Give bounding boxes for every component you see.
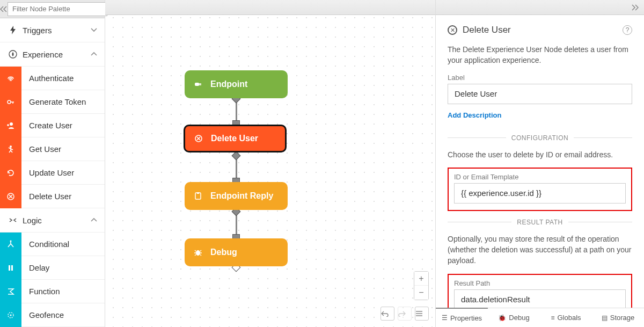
svg-rect-13 [197, 192, 199, 194]
highlighted-result-field: Result Path [448, 274, 632, 308]
add-user-icon [0, 114, 21, 137]
id-template-input[interactable] [454, 183, 626, 204]
tab-properties[interactable]: ☰ Properties [436, 308, 488, 327]
collapse-sidebar-button[interactable] [0, 0, 8, 18]
svg-rect-10 [195, 83, 199, 86]
flow-node-label: Delete User [211, 134, 258, 143]
delete-icon [0, 185, 21, 208]
palette-item-label: Delay [21, 263, 49, 272]
properties-panel: ✕ Delete User ? The Delete Experience Us… [435, 0, 644, 327]
svg-point-3 [10, 146, 12, 148]
chevron-up-icon [91, 52, 97, 56]
run-user-icon [0, 137, 21, 161]
fingerprint-icon [0, 67, 21, 90]
palette-item-geofence[interactable]: Geofence [0, 303, 105, 326]
palette-item-label: Geofence [21, 310, 64, 319]
palette-item-label: Create User [21, 121, 72, 130]
palette-item-update-user[interactable]: Update User [0, 161, 105, 184]
sigma-icon [0, 280, 21, 303]
config-description: Choose the user to delete by ID or email… [448, 149, 632, 160]
palette-item-conditional[interactable]: Conditional [0, 232, 105, 256]
flow-node-label: Endpoint [210, 79, 247, 89]
redo-button[interactable] [398, 307, 412, 321]
category-label: Experience [23, 50, 91, 59]
section-configuration: CONFIGURATION [506, 134, 574, 142]
chevron-up-icon [91, 218, 97, 222]
palette-item-label: Function [21, 287, 60, 296]
flow-node-debug[interactable]: Debug [185, 238, 288, 266]
palette-item-delay[interactable]: Delay [0, 256, 105, 279]
tab-storage[interactable]: ▤ Storage [592, 308, 644, 327]
svg-point-5 [10, 240, 12, 242]
palette-item-authenticate[interactable]: Authenticate [0, 66, 105, 90]
zoom-in-button[interactable]: + [414, 272, 428, 286]
svg-point-14 [196, 250, 200, 256]
tab-globals[interactable]: ≡ Globals [540, 308, 592, 327]
category-experience[interactable]: Experience [0, 42, 105, 66]
undo-button[interactable] [380, 307, 394, 321]
storage-icon: ▤ [602, 314, 608, 322]
svg-rect-6 [9, 265, 10, 271]
flow-node-endpoint[interactable]: Endpoint [185, 70, 288, 98]
palette-item-label: Conditional [21, 239, 69, 249]
pause-icon [0, 256, 21, 280]
palette-item-create-user[interactable]: Create User [0, 113, 105, 137]
help-icon[interactable]: ? [623, 25, 632, 35]
tab-label: Globals [557, 314, 581, 322]
expand-panel-button[interactable] [436, 0, 644, 15]
label-input[interactable] [448, 84, 632, 104]
delete-icon: ✕ [448, 25, 457, 35]
list-icon: ☰ [442, 314, 448, 322]
bug-icon: 🐞 [498, 314, 506, 322]
palette-item-get-user[interactable]: Get User [0, 137, 105, 161]
palette-item-label: Generate Token [21, 97, 86, 106]
flow-node-delete-user[interactable]: Delete User [184, 125, 287, 152]
svg-point-1 [8, 100, 11, 104]
filter-palette-input[interactable] [8, 2, 107, 16]
key-icon [0, 90, 21, 114]
result-description: Optionally, you may store the result of … [448, 234, 632, 266]
category-label: Triggers [23, 26, 91, 35]
list-view-button[interactable] [415, 307, 429, 321]
experience-icon [8, 50, 18, 59]
tab-debug[interactable]: 🐞 Debug [488, 308, 540, 327]
panel-title: Delete User [463, 25, 623, 35]
palette-item-label: Update User [21, 168, 74, 177]
canvas-topbar [105, 0, 435, 15]
id-field-label: ID or Email Template [454, 173, 626, 181]
node-palette-sidebar: Triggers Experience [0, 0, 105, 327]
category-label: Logic [23, 216, 91, 225]
palette-item-function[interactable]: Function [0, 279, 105, 303]
logic-icon [8, 216, 18, 224]
bolt-icon [8, 26, 18, 34]
chevron-down-icon [91, 28, 97, 32]
bug-icon [193, 248, 205, 257]
svg-point-9 [10, 314, 12, 316]
svg-rect-7 [11, 265, 13, 271]
plug-icon [193, 79, 205, 89]
tab-label: Properties [450, 314, 482, 322]
palette-item-delete-user[interactable]: Delete User [0, 184, 105, 208]
palette-item-generate-token[interactable]: Generate Token [0, 90, 105, 113]
delete-icon [194, 134, 206, 143]
flow-node-endpoint-reply[interactable]: Endpoint Reply [185, 182, 288, 210]
result-path-input[interactable] [454, 289, 626, 308]
palette-item-label: Authenticate [21, 74, 74, 83]
panel-description: The Delete Experience User Node deletes … [448, 44, 632, 66]
highlighted-id-field: ID or Email Template [448, 168, 632, 211]
section-result-path: RESULT PATH [511, 219, 568, 226]
tab-label: Debug [509, 314, 529, 322]
category-triggers[interactable]: Triggers [0, 18, 105, 42]
flow-node-label: Endpoint Reply [210, 191, 273, 201]
zoom-out-button[interactable]: − [414, 286, 428, 300]
refresh-icon [0, 161, 21, 185]
result-field-label: Result Path [454, 279, 626, 287]
add-description-link[interactable]: Add Description [448, 111, 501, 119]
svg-point-2 [10, 122, 13, 126]
workflow-canvas[interactable]: Endpoint Delete User Endpoint Reply Debu… [105, 0, 435, 327]
palette-item-label: Get User [21, 144, 61, 154]
connector-port[interactable] [232, 151, 241, 161]
palette-item-label: Delete User [21, 192, 71, 201]
category-logic[interactable]: Logic [0, 208, 105, 232]
zoom-controls: + − [414, 271, 429, 300]
